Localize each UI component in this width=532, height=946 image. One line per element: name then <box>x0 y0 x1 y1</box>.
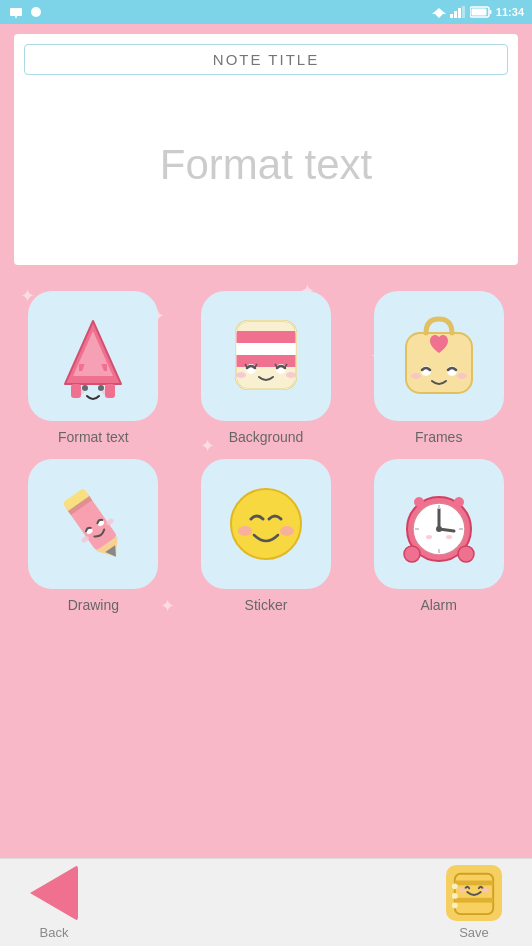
svg-marker-1 <box>15 16 17 19</box>
svg-point-16 <box>98 385 104 391</box>
star-deco: ✦ <box>500 625 515 629</box>
svg-point-69 <box>459 888 467 893</box>
back-triangle-icon <box>30 865 78 921</box>
drawing-icon <box>48 479 138 569</box>
back-label: Back <box>40 925 69 940</box>
background-label: Background <box>229 429 304 445</box>
status-bar-right: 11:34 <box>432 5 524 19</box>
svg-point-49 <box>238 526 252 536</box>
frames-icon-bg <box>374 291 504 421</box>
tool-frames[interactable]: Frames <box>359 291 518 445</box>
note-area: Format text <box>14 34 518 265</box>
frames-icon <box>394 311 484 401</box>
format-text-icon-bg <box>28 291 158 421</box>
save-icon <box>446 865 502 921</box>
svg-point-48 <box>231 489 301 559</box>
svg-rect-6 <box>458 8 461 18</box>
sticker-label: Sticker <box>245 597 288 613</box>
bottom-nav: Back Save <box>0 858 532 946</box>
note-content[interactable]: Format text <box>24 75 508 255</box>
svg-point-72 <box>452 893 458 899</box>
back-button[interactable]: Back <box>30 865 78 940</box>
svg-rect-23 <box>236 343 296 355</box>
tool-sticker[interactable]: Sticker <box>187 459 346 613</box>
android-icon <box>28 4 44 20</box>
background-icon <box>221 311 311 401</box>
notification-icon <box>8 4 24 20</box>
svg-point-15 <box>82 385 88 391</box>
alarm-icon-bg <box>374 459 504 589</box>
drawing-icon-bg <box>28 459 158 589</box>
svg-rect-10 <box>489 10 491 14</box>
svg-point-64 <box>426 535 432 539</box>
svg-point-71 <box>452 883 458 889</box>
save-label: Save <box>459 925 489 940</box>
svg-rect-22 <box>236 331 296 343</box>
tool-background[interactable]: Background <box>187 291 346 445</box>
svg-rect-0 <box>10 8 22 16</box>
time-display: 11:34 <box>496 6 524 18</box>
svg-point-37 <box>411 373 421 379</box>
background-icon-bg <box>201 291 331 421</box>
svg-rect-9 <box>471 9 486 16</box>
format-text-icon <box>48 311 138 401</box>
svg-rect-19 <box>71 384 81 398</box>
save-button[interactable]: Save <box>446 865 502 940</box>
battery-icon <box>470 6 492 18</box>
alarm-icon <box>394 479 484 569</box>
sticker-icon-bg <box>201 459 331 589</box>
svg-point-54 <box>458 546 474 562</box>
svg-point-50 <box>280 526 294 536</box>
svg-marker-3 <box>432 8 446 18</box>
note-placeholder-text: Format text <box>160 141 372 189</box>
status-bar: 11:34 <box>0 0 532 24</box>
svg-rect-67 <box>455 881 493 886</box>
tools-grid: Format text <box>14 291 518 613</box>
svg-point-38 <box>457 373 467 379</box>
drawing-label: Drawing <box>68 597 119 613</box>
svg-point-65 <box>446 535 452 539</box>
svg-point-59 <box>436 526 442 532</box>
note-title-input[interactable] <box>24 44 508 75</box>
svg-rect-20 <box>105 384 115 398</box>
sticker-icon <box>221 479 311 569</box>
svg-point-33 <box>286 372 296 378</box>
svg-point-70 <box>482 888 490 893</box>
tool-drawing[interactable]: Drawing <box>14 459 173 613</box>
tools-section: ✦ ✦ ✦ ✦ ✦ ✦ ✦ ✦ ✦ ✦ ✦ ✦ <box>0 275 532 629</box>
wifi-icon <box>432 5 446 19</box>
save-icon-svg <box>449 869 499 917</box>
svg-point-32 <box>236 372 246 378</box>
alarm-label: Alarm <box>420 597 457 613</box>
svg-rect-7 <box>462 6 465 18</box>
tool-format-text[interactable]: Format text <box>14 291 173 445</box>
tool-alarm[interactable]: Alarm <box>359 459 518 613</box>
svg-rect-5 <box>454 11 457 18</box>
svg-point-73 <box>452 903 458 909</box>
svg-rect-4 <box>450 14 453 18</box>
format-text-label: Format text <box>58 429 129 445</box>
frames-label: Frames <box>415 429 462 445</box>
signal-icon <box>450 6 466 18</box>
svg-rect-68 <box>455 898 493 903</box>
status-bar-left <box>8 4 44 20</box>
svg-point-53 <box>404 546 420 562</box>
svg-point-2 <box>31 7 41 17</box>
